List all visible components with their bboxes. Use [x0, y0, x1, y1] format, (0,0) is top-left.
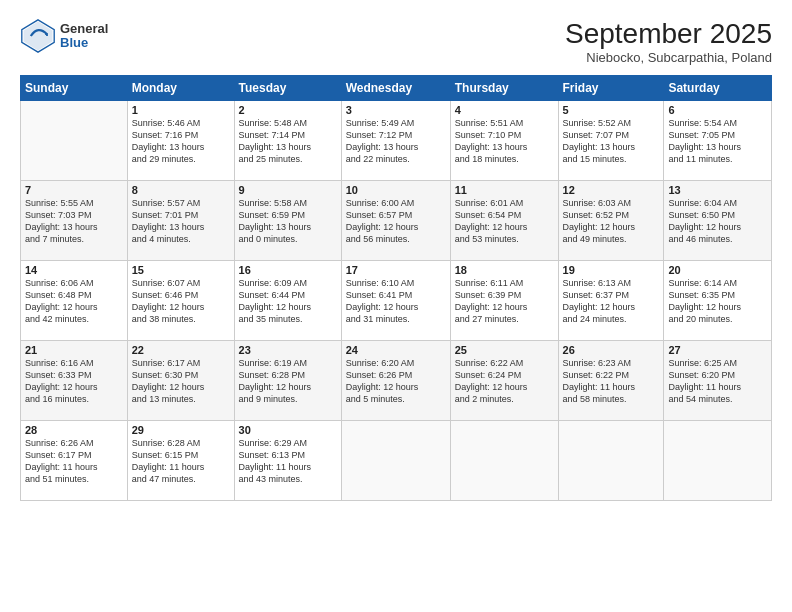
day-number: 27 — [668, 344, 767, 356]
calendar-cell: 19Sunrise: 6:13 AM Sunset: 6:37 PM Dayli… — [558, 261, 664, 341]
calendar-week-row: 14Sunrise: 6:06 AM Sunset: 6:48 PM Dayli… — [21, 261, 772, 341]
day-number: 18 — [455, 264, 554, 276]
calendar-cell: 17Sunrise: 6:10 AM Sunset: 6:41 PM Dayli… — [341, 261, 450, 341]
calendar-cell — [341, 421, 450, 501]
title-block: September 2025 Niebocko, Subcarpathia, P… — [565, 18, 772, 65]
logo-icon — [20, 18, 56, 54]
day-number: 25 — [455, 344, 554, 356]
day-info: Sunrise: 5:55 AM Sunset: 7:03 PM Dayligh… — [25, 197, 123, 246]
calendar-header-wednesday: Wednesday — [341, 76, 450, 101]
calendar-cell: 16Sunrise: 6:09 AM Sunset: 6:44 PM Dayli… — [234, 261, 341, 341]
day-info: Sunrise: 5:58 AM Sunset: 6:59 PM Dayligh… — [239, 197, 337, 246]
day-info: Sunrise: 6:10 AM Sunset: 6:41 PM Dayligh… — [346, 277, 446, 326]
calendar-cell: 1Sunrise: 5:46 AM Sunset: 7:16 PM Daylig… — [127, 101, 234, 181]
day-info: Sunrise: 6:03 AM Sunset: 6:52 PM Dayligh… — [563, 197, 660, 246]
day-number: 11 — [455, 184, 554, 196]
day-info: Sunrise: 6:14 AM Sunset: 6:35 PM Dayligh… — [668, 277, 767, 326]
day-number: 4 — [455, 104, 554, 116]
day-info: Sunrise: 5:51 AM Sunset: 7:10 PM Dayligh… — [455, 117, 554, 166]
calendar-cell: 8Sunrise: 5:57 AM Sunset: 7:01 PM Daylig… — [127, 181, 234, 261]
day-number: 28 — [25, 424, 123, 436]
calendar-table: SundayMondayTuesdayWednesdayThursdayFrid… — [20, 75, 772, 501]
logo: General Blue — [20, 18, 108, 54]
day-number: 29 — [132, 424, 230, 436]
day-info: Sunrise: 6:26 AM Sunset: 6:17 PM Dayligh… — [25, 437, 123, 486]
calendar-cell: 7Sunrise: 5:55 AM Sunset: 7:03 PM Daylig… — [21, 181, 128, 261]
day-info: Sunrise: 6:07 AM Sunset: 6:46 PM Dayligh… — [132, 277, 230, 326]
day-number: 19 — [563, 264, 660, 276]
calendar-cell: 5Sunrise: 5:52 AM Sunset: 7:07 PM Daylig… — [558, 101, 664, 181]
day-info: Sunrise: 5:48 AM Sunset: 7:14 PM Dayligh… — [239, 117, 337, 166]
day-number: 1 — [132, 104, 230, 116]
day-info: Sunrise: 6:19 AM Sunset: 6:28 PM Dayligh… — [239, 357, 337, 406]
calendar-cell — [664, 421, 772, 501]
header: General Blue September 2025 Niebocko, Su… — [20, 18, 772, 65]
day-info: Sunrise: 6:11 AM Sunset: 6:39 PM Dayligh… — [455, 277, 554, 326]
calendar-cell: 10Sunrise: 6:00 AM Sunset: 6:57 PM Dayli… — [341, 181, 450, 261]
page: General Blue September 2025 Niebocko, Su… — [0, 0, 792, 612]
day-info: Sunrise: 6:23 AM Sunset: 6:22 PM Dayligh… — [563, 357, 660, 406]
logo-blue: Blue — [60, 36, 108, 50]
calendar-week-row: 28Sunrise: 6:26 AM Sunset: 6:17 PM Dayli… — [21, 421, 772, 501]
day-info: Sunrise: 6:29 AM Sunset: 6:13 PM Dayligh… — [239, 437, 337, 486]
day-info: Sunrise: 5:54 AM Sunset: 7:05 PM Dayligh… — [668, 117, 767, 166]
day-info: Sunrise: 6:13 AM Sunset: 6:37 PM Dayligh… — [563, 277, 660, 326]
calendar-header-tuesday: Tuesday — [234, 76, 341, 101]
calendar-cell: 20Sunrise: 6:14 AM Sunset: 6:35 PM Dayli… — [664, 261, 772, 341]
month-title: September 2025 — [565, 18, 772, 50]
calendar-cell: 27Sunrise: 6:25 AM Sunset: 6:20 PM Dayli… — [664, 341, 772, 421]
day-number: 12 — [563, 184, 660, 196]
calendar-cell: 24Sunrise: 6:20 AM Sunset: 6:26 PM Dayli… — [341, 341, 450, 421]
day-number: 5 — [563, 104, 660, 116]
location: Niebocko, Subcarpathia, Poland — [565, 50, 772, 65]
day-number: 17 — [346, 264, 446, 276]
day-number: 26 — [563, 344, 660, 356]
calendar-cell — [450, 421, 558, 501]
calendar-cell: 26Sunrise: 6:23 AM Sunset: 6:22 PM Dayli… — [558, 341, 664, 421]
day-number: 2 — [239, 104, 337, 116]
calendar-cell: 22Sunrise: 6:17 AM Sunset: 6:30 PM Dayli… — [127, 341, 234, 421]
day-number: 7 — [25, 184, 123, 196]
calendar-cell — [21, 101, 128, 181]
day-number: 6 — [668, 104, 767, 116]
day-number: 23 — [239, 344, 337, 356]
day-number: 22 — [132, 344, 230, 356]
calendar-cell: 25Sunrise: 6:22 AM Sunset: 6:24 PM Dayli… — [450, 341, 558, 421]
calendar-cell: 21Sunrise: 6:16 AM Sunset: 6:33 PM Dayli… — [21, 341, 128, 421]
day-number: 14 — [25, 264, 123, 276]
calendar-cell: 6Sunrise: 5:54 AM Sunset: 7:05 PM Daylig… — [664, 101, 772, 181]
day-number: 24 — [346, 344, 446, 356]
day-number: 15 — [132, 264, 230, 276]
day-info: Sunrise: 6:04 AM Sunset: 6:50 PM Dayligh… — [668, 197, 767, 246]
day-info: Sunrise: 6:20 AM Sunset: 6:26 PM Dayligh… — [346, 357, 446, 406]
day-info: Sunrise: 6:25 AM Sunset: 6:20 PM Dayligh… — [668, 357, 767, 406]
day-info: Sunrise: 6:00 AM Sunset: 6:57 PM Dayligh… — [346, 197, 446, 246]
day-info: Sunrise: 6:22 AM Sunset: 6:24 PM Dayligh… — [455, 357, 554, 406]
calendar-cell — [558, 421, 664, 501]
day-number: 20 — [668, 264, 767, 276]
day-number: 8 — [132, 184, 230, 196]
day-number: 9 — [239, 184, 337, 196]
day-info: Sunrise: 6:09 AM Sunset: 6:44 PM Dayligh… — [239, 277, 337, 326]
calendar-header-sunday: Sunday — [21, 76, 128, 101]
day-info: Sunrise: 5:52 AM Sunset: 7:07 PM Dayligh… — [563, 117, 660, 166]
day-number: 21 — [25, 344, 123, 356]
calendar-header-saturday: Saturday — [664, 76, 772, 101]
day-info: Sunrise: 6:01 AM Sunset: 6:54 PM Dayligh… — [455, 197, 554, 246]
calendar-cell: 28Sunrise: 6:26 AM Sunset: 6:17 PM Dayli… — [21, 421, 128, 501]
calendar-header-row: SundayMondayTuesdayWednesdayThursdayFrid… — [21, 76, 772, 101]
calendar-cell: 14Sunrise: 6:06 AM Sunset: 6:48 PM Dayli… — [21, 261, 128, 341]
day-number: 3 — [346, 104, 446, 116]
calendar-cell: 2Sunrise: 5:48 AM Sunset: 7:14 PM Daylig… — [234, 101, 341, 181]
calendar-cell: 11Sunrise: 6:01 AM Sunset: 6:54 PM Dayli… — [450, 181, 558, 261]
day-number: 16 — [239, 264, 337, 276]
day-info: Sunrise: 5:49 AM Sunset: 7:12 PM Dayligh… — [346, 117, 446, 166]
calendar-cell: 12Sunrise: 6:03 AM Sunset: 6:52 PM Dayli… — [558, 181, 664, 261]
calendar-cell: 30Sunrise: 6:29 AM Sunset: 6:13 PM Dayli… — [234, 421, 341, 501]
day-number: 30 — [239, 424, 337, 436]
day-info: Sunrise: 5:46 AM Sunset: 7:16 PM Dayligh… — [132, 117, 230, 166]
calendar-week-row: 7Sunrise: 5:55 AM Sunset: 7:03 PM Daylig… — [21, 181, 772, 261]
calendar-header-thursday: Thursday — [450, 76, 558, 101]
calendar-header-friday: Friday — [558, 76, 664, 101]
calendar-cell: 29Sunrise: 6:28 AM Sunset: 6:15 PM Dayli… — [127, 421, 234, 501]
